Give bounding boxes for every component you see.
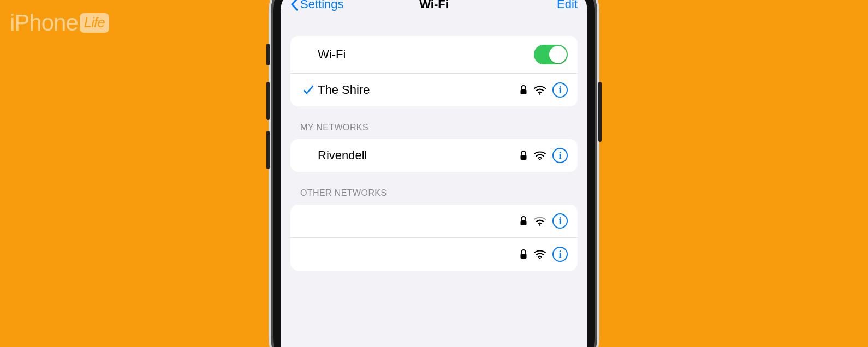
svg-rect-0 xyxy=(521,89,527,94)
navbar: Settings Wi-Fi Edit xyxy=(281,0,587,23)
lock-icon xyxy=(520,151,527,160)
network-row[interactable]: i xyxy=(290,205,578,238)
phone-device-frame: Settings Wi-Fi Edit Wi-Fi The Shire xyxy=(273,0,595,347)
other-networks-header: OTHER NETWORKS xyxy=(300,188,568,198)
back-label: Settings xyxy=(300,0,344,11)
info-button[interactable]: i xyxy=(552,213,568,229)
network-name: Rivendell xyxy=(318,148,520,163)
svg-point-3 xyxy=(539,159,541,160)
info-button[interactable]: i xyxy=(552,82,568,98)
network-row[interactable]: i xyxy=(290,238,578,271)
volume-down-button xyxy=(266,131,270,169)
mute-switch xyxy=(266,44,270,65)
checkmark-icon xyxy=(299,84,318,96)
watermark: iPhone Life xyxy=(10,10,109,36)
screen: Settings Wi-Fi Edit Wi-Fi The Shire xyxy=(281,0,587,347)
volume-up-button xyxy=(266,82,270,120)
connected-network-name: The Shire xyxy=(318,83,520,97)
my-networks-header: MY NETWORKS xyxy=(300,123,568,133)
wifi-toggle-row[interactable]: Wi-Fi xyxy=(290,36,578,74)
chevron-left-icon xyxy=(290,0,298,11)
edit-button[interactable]: Edit xyxy=(557,0,578,11)
wifi-signal-icon xyxy=(534,151,546,160)
svg-point-5 xyxy=(539,224,541,226)
wifi-toggle-label: Wi-Fi xyxy=(318,47,534,62)
watermark-brand: iPhone xyxy=(10,10,78,36)
other-networks-section: i i xyxy=(290,205,578,271)
wifi-signal-icon xyxy=(534,216,546,226)
svg-point-1 xyxy=(539,93,541,95)
network-name-blurred xyxy=(318,216,520,226)
wifi-main-section: Wi-Fi The Shire xyxy=(290,36,578,106)
network-row[interactable]: Rivendell i xyxy=(290,139,578,172)
svg-rect-6 xyxy=(521,254,527,259)
connected-network-row[interactable]: The Shire i xyxy=(290,74,578,106)
watermark-sub: Life xyxy=(80,13,109,33)
svg-rect-4 xyxy=(521,220,527,225)
network-name-blurred xyxy=(318,249,520,259)
back-button[interactable]: Settings xyxy=(290,0,344,11)
my-networks-section: Rivendell i xyxy=(290,139,578,172)
lock-icon xyxy=(520,85,527,95)
wifi-signal-icon xyxy=(534,249,546,259)
lock-icon xyxy=(520,249,527,259)
toggle-knob xyxy=(549,46,567,63)
wifi-signal-icon xyxy=(534,85,546,95)
info-button[interactable]: i xyxy=(552,247,568,262)
lock-icon xyxy=(520,216,527,226)
info-button[interactable]: i xyxy=(552,148,568,163)
power-button xyxy=(598,82,602,142)
svg-point-7 xyxy=(539,258,541,259)
wifi-toggle-switch[interactable] xyxy=(534,45,568,64)
svg-rect-2 xyxy=(521,155,527,160)
